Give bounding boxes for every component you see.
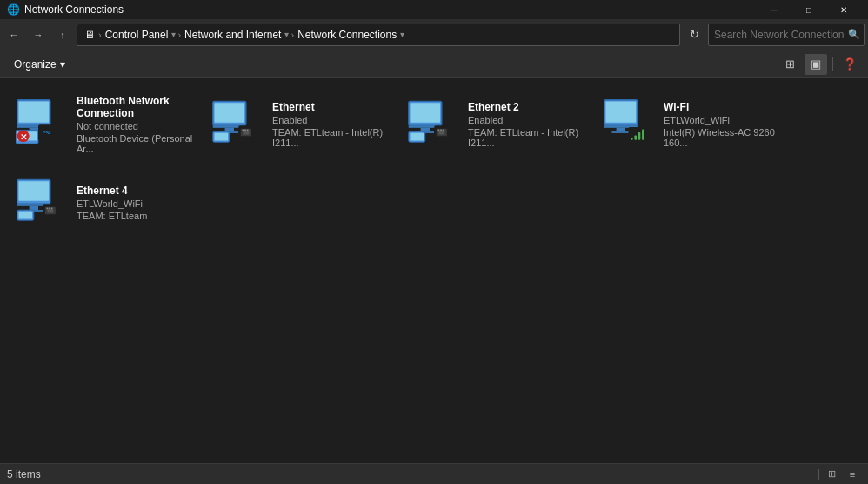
svg-rect-50	[30, 206, 38, 210]
search-box[interactable]: 🔍	[708, 24, 865, 46]
status-bar: 5 items ⊞ ≡	[0, 463, 868, 484]
view-extra-large-button[interactable]: ⊞	[778, 54, 801, 75]
status-bar-right: ⊞ ≡	[818, 467, 861, 482]
svg-rect-59	[51, 208, 53, 210]
network-item-status: Enabled	[272, 115, 390, 125]
path-sep-3: ›	[290, 30, 294, 40]
title-bar-title: Network Connections	[24, 3, 124, 16]
search-icon: 🔍	[848, 29, 860, 40]
search-input[interactable]	[714, 29, 845, 41]
organize-label: Organize	[14, 58, 57, 71]
network-item[interactable]: ⏦ ✕ Bluetooth Network ConnectionNot conn…	[7, 85, 203, 164]
status-divider	[818, 469, 819, 480]
network-item-info: Bluetooth Network ConnectionNot connecte…	[77, 95, 194, 154]
up-button[interactable]: ↑	[52, 24, 73, 45]
network-item-name: Ethernet 4	[77, 185, 147, 197]
address-bar: ← → ↑ 🖥 › Control Panel ▾ › Network and …	[0, 19, 868, 50]
path-network-internet[interactable]: Network and Internet	[183, 29, 283, 41]
svg-rect-22	[244, 130, 246, 131]
title-bar-left: 🌐 Network Connections	[7, 3, 124, 16]
svg-rect-36	[443, 130, 444, 131]
svg-rect-30	[410, 133, 424, 141]
svg-rect-35	[440, 130, 442, 131]
svg-rect-40	[617, 128, 625, 131]
path-sep-1: ›	[98, 30, 102, 40]
forward-button[interactable]: →	[28, 24, 49, 45]
view-medium-button[interactable]: ▣	[805, 54, 827, 75]
svg-rect-57	[47, 208, 49, 210]
path-home-icon[interactable]: 🖥	[83, 29, 97, 41]
network-item-name: Ethernet 2	[468, 101, 585, 113]
network-item-detail: TEAM: ETLteam	[77, 211, 147, 221]
back-button[interactable]: ←	[3, 24, 24, 45]
path-chevron-2[interactable]: ▾	[284, 30, 289, 39]
svg-rect-45	[638, 132, 641, 140]
status-view-btn-2[interactable]: ≡	[844, 467, 861, 482]
maximize-button[interactable]: □	[791, 0, 826, 19]
network-item[interactable]: Ethernet 2EnabledTEAM: ETLteam - Intel(R…	[398, 85, 594, 164]
svg-rect-12	[214, 103, 244, 123]
network-item-info: Ethernet 4ETLWorld_WiFiTEAM: ETLteam	[77, 185, 147, 221]
network-item-icon: ⏦ ✕	[16, 98, 68, 151]
svg-text:⏦: ⏦	[43, 124, 51, 138]
network-item-detail: TEAM: ETLteam - Intel(R) I211...	[468, 127, 585, 148]
path-network-connections[interactable]: Network Connections	[296, 29, 398, 41]
toolbar-separator	[832, 57, 833, 71]
network-item-status: ETLWorld_WiFi	[664, 115, 781, 125]
network-item-detail: Bluetooth Device (Personal Ar...	[77, 133, 194, 154]
network-item-icon	[407, 98, 459, 151]
svg-rect-56	[47, 209, 53, 212]
network-item-icon	[603, 98, 655, 151]
svg-rect-53	[18, 212, 32, 219]
minimize-button[interactable]: ─	[757, 0, 791, 19]
close-button[interactable]: ✕	[826, 0, 861, 19]
svg-rect-44	[634, 135, 637, 139]
svg-rect-41	[611, 131, 630, 133]
network-item-info: Ethernet 2EnabledTEAM: ETLteam - Intel(R…	[468, 101, 585, 148]
svg-rect-34	[438, 130, 440, 131]
svg-rect-21	[243, 130, 244, 131]
network-item[interactable]: EthernetEnabledTEAM: ETLteam - Intel(R) …	[203, 85, 398, 164]
svg-rect-23	[247, 130, 249, 131]
svg-rect-46	[642, 130, 644, 140]
title-bar-controls: ─ □ ✕	[757, 0, 861, 19]
svg-rect-48	[18, 181, 49, 201]
path-control-panel[interactable]: Control Panel	[103, 29, 170, 41]
svg-rect-20	[243, 131, 249, 134]
help-button[interactable]: ❓	[838, 54, 861, 75]
toolbar: Organize ▾ ⊞ ▣ ❓	[0, 50, 868, 78]
svg-rect-33	[438, 131, 444, 134]
svg-rect-1	[18, 101, 49, 122]
status-view-btn-1[interactable]: ⊞	[823, 467, 840, 482]
path-chevron-3[interactable]: ▾	[400, 30, 404, 39]
network-item-detail: TEAM: ETLteam - Intel(R) I211...	[272, 127, 390, 148]
network-item-name: Ethernet	[272, 101, 390, 113]
network-item-detail: Intel(R) Wireless-AC 9260 160...	[664, 127, 781, 148]
svg-rect-38	[605, 101, 636, 122]
refresh-button[interactable]: ↻	[684, 24, 704, 45]
svg-rect-27	[421, 128, 430, 131]
address-path: 🖥 › Control Panel ▾ › Network and Intern…	[77, 24, 680, 46]
svg-rect-14	[225, 128, 234, 131]
path-chevron-1[interactable]: ▾	[171, 30, 176, 39]
network-item-info: EthernetEnabledTEAM: ETLteam - Intel(R) …	[272, 101, 390, 148]
svg-rect-17	[214, 133, 228, 141]
title-bar-app-icon: 🌐	[7, 3, 19, 16]
network-item-icon	[211, 98, 264, 151]
toolbar-left: Organize ▾	[7, 55, 72, 74]
network-item-icon	[16, 177, 68, 229]
network-item-status: Not connected	[77, 121, 194, 131]
toolbar-right: ⊞ ▣ ❓	[778, 54, 861, 75]
svg-text:✕: ✕	[20, 132, 27, 142]
network-item-status: Enabled	[468, 115, 585, 125]
organize-button[interactable]: Organize ▾	[7, 55, 72, 74]
path-sep-2: ›	[177, 30, 181, 40]
network-item-status: ETLWorld_WiFi	[77, 198, 147, 209]
network-item-name: Bluetooth Network Connection	[77, 95, 194, 119]
svg-rect-43	[631, 138, 633, 140]
svg-rect-58	[49, 208, 50, 210]
network-item-info: Wi-FiETLWorld_WiFiIntel(R) Wireless-AC 9…	[664, 101, 781, 148]
network-item-name: Wi-Fi	[664, 101, 781, 113]
network-item[interactable]: Ethernet 4ETLWorld_WiFiTEAM: ETLteam	[7, 164, 203, 242]
network-item[interactable]: Wi-FiETLWorld_WiFiIntel(R) Wireless-AC 9…	[594, 85, 790, 164]
